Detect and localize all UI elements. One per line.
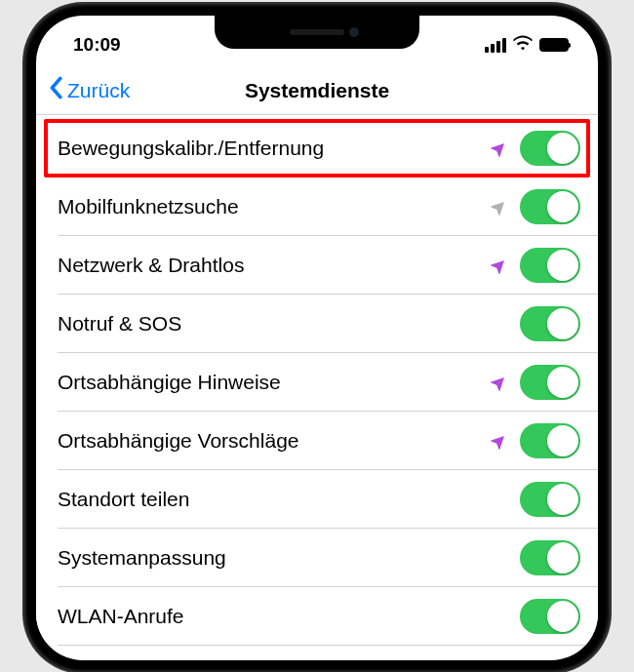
back-label: Zurück <box>67 79 130 102</box>
battery-icon <box>539 38 569 52</box>
back-button[interactable]: Zurück <box>36 76 130 104</box>
setting-label: Notruf & SOS <box>58 312 181 336</box>
toggle-switch[interactable] <box>520 365 580 400</box>
toggle-knob <box>547 484 578 515</box>
speaker <box>290 29 344 35</box>
setting-row-8: WLAN-Anrufe <box>36 587 598 646</box>
row-controls <box>491 189 580 224</box>
screen: 10:09 Zurück Systemdienste Bewegungskali… <box>36 16 598 660</box>
status-indicators <box>485 26 569 56</box>
setting-row-7: Systemanpassung <box>36 529 598 587</box>
setting-row-3: Notruf & SOS <box>36 295 598 353</box>
cellular-signal-icon <box>485 38 506 53</box>
toggle-knob <box>547 308 578 339</box>
location-arrow-icon <box>491 432 508 450</box>
toggle-knob <box>547 367 578 398</box>
location-arrow-icon <box>491 374 508 391</box>
status-time: 10:09 <box>73 26 121 56</box>
page-title: Systemdienste <box>245 79 389 102</box>
setting-label: Mobilfunknetzsuche <box>58 195 239 218</box>
toggle-switch[interactable] <box>520 189 580 224</box>
navigation-bar: Zurück Systemdienste <box>36 66 598 115</box>
row-controls <box>491 423 580 458</box>
row-controls <box>520 599 580 634</box>
toggle-switch[interactable] <box>520 131 580 166</box>
front-camera <box>349 27 359 37</box>
toggle-switch[interactable] <box>520 482 580 517</box>
toggle-switch[interactable] <box>520 599 580 634</box>
setting-label: Ortsabhängige Hinweise <box>58 371 281 394</box>
chevron-left-icon <box>48 76 63 104</box>
phone-frame: 10:09 Zurück Systemdienste Bewegungskali… <box>24 4 610 672</box>
setting-row-4: Ortsabhängige Hinweise <box>36 353 598 412</box>
wifi-icon <box>513 34 533 56</box>
toggle-switch[interactable] <box>520 540 580 575</box>
toggle-knob <box>547 133 578 164</box>
row-controls <box>520 306 580 341</box>
toggle-knob <box>547 425 578 456</box>
setting-row-1: Mobilfunknetzsuche <box>36 178 598 236</box>
location-arrow-icon <box>491 257 508 274</box>
settings-list: Bewegungskalibr./EntfernungMobilfunknetz… <box>36 119 598 646</box>
setting-label: Standort teilen <box>58 488 189 511</box>
toggle-knob <box>547 250 578 281</box>
row-controls <box>520 482 580 517</box>
setting-label: Bewegungskalibr./Entfernung <box>58 137 324 160</box>
location-arrow-icon <box>491 139 508 157</box>
setting-label: WLAN-Anrufe <box>58 605 184 628</box>
row-controls <box>491 365 580 400</box>
toggle-knob <box>547 191 578 222</box>
row-controls <box>491 131 580 166</box>
setting-label: Netzwerk & Drahtlos <box>58 254 244 277</box>
setting-row-5: Ortsabhängige Vorschläge <box>36 412 598 470</box>
toggle-knob <box>547 542 578 573</box>
setting-row-2: Netzwerk & Drahtlos <box>36 236 598 295</box>
toggle-switch[interactable] <box>520 423 580 458</box>
setting-label: Ortsabhängige Vorschläge <box>58 429 299 453</box>
setting-row-6: Standort teilen <box>36 470 598 529</box>
location-arrow-icon <box>491 198 508 216</box>
notch <box>215 16 419 49</box>
row-controls <box>491 248 580 283</box>
setting-label: Systemanpassung <box>58 546 226 570</box>
toggle-switch[interactable] <box>520 248 580 283</box>
toggle-knob <box>547 601 578 632</box>
toggle-switch[interactable] <box>520 306 580 341</box>
row-controls <box>520 540 580 575</box>
setting-row-0: Bewegungskalibr./Entfernung <box>44 119 590 178</box>
